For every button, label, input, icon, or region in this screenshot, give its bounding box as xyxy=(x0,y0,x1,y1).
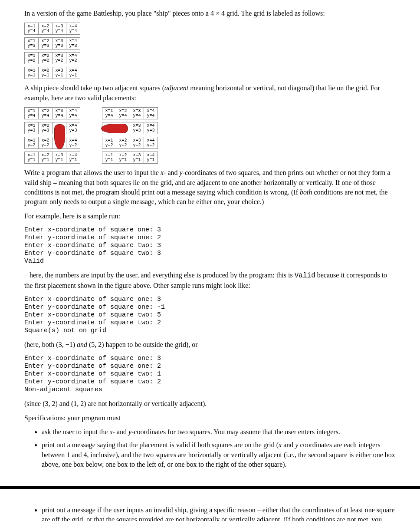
cell: x=1 y=2 xyxy=(25,53,39,64)
cell: x=1 y=3 xyxy=(25,122,39,134)
spec-item-2: print out a message saying that the plac… xyxy=(42,440,396,469)
program-text: Write a program that allows the user to … xyxy=(24,168,396,207)
cell: x=2 y=4 xyxy=(39,23,52,35)
ship-horizontal-icon xyxy=(101,124,128,133)
cell: x=3 y=4 xyxy=(52,23,66,35)
cell: x=3 y=2 xyxy=(52,53,66,64)
grid-example-2: x=1 y=4x=2 y=4x=3 y=4x=4 y=4 x=3 y=3x=4 … xyxy=(102,107,158,164)
spec-item-1: ask the user to input the x- and y-coord… xyxy=(42,427,396,437)
sample-run-3: Enter x-coordinate of square one: 3 Ente… xyxy=(24,355,396,394)
page-2: print out a message if the user inputs a… xyxy=(0,489,420,521)
cell: x=4 y=2 xyxy=(144,137,158,149)
cell: x=4 y=4 xyxy=(66,108,80,119)
cell: x=2 y=3 xyxy=(39,122,52,134)
cell: x=3 y=3 xyxy=(130,122,144,134)
intro-text: In a version of the game Battleship, you… xyxy=(24,9,396,18)
explain-1: – here, the numbers are input by the use… xyxy=(24,270,396,290)
cell: x=3 y=2 xyxy=(130,137,144,149)
cell: x=2 y=2 xyxy=(39,137,52,149)
cell: x=1 y=1 xyxy=(25,67,39,79)
cell: x=3 y=4 xyxy=(130,108,144,119)
specs-list-cont: print out a message if the user inputs a… xyxy=(24,505,396,521)
cell: x=2 y=3 xyxy=(39,38,52,49)
specs-heading: Specifications: your program must xyxy=(24,413,396,423)
cell: x=1 y=4 xyxy=(102,108,116,119)
cell: x=4 y=4 xyxy=(144,108,158,119)
ship-vertical-icon xyxy=(54,124,65,149)
cell: x=2 y=1 xyxy=(39,152,52,164)
cell: x=3 y=3 xyxy=(52,38,66,49)
cell: x=2 y=2 xyxy=(116,137,130,149)
cell: x=1 y=4 xyxy=(25,108,39,119)
cell: x=4 y=3 xyxy=(66,122,80,134)
cell: x=3 y=1 xyxy=(52,67,66,79)
grid-example-1: x=1 y=4x=2 y=4x=3 y=4x=4 y=4 x=1 y=3x=2 … xyxy=(24,107,80,164)
cell: x=1 y=4 xyxy=(25,23,39,35)
cell: x=2 y=1 xyxy=(39,67,52,79)
cell: x=4 y=2 xyxy=(66,137,80,149)
cell: x=3 y=1 xyxy=(52,152,66,164)
cell: x=2 y=4 xyxy=(39,108,52,119)
cell: x=2 y=1 xyxy=(116,152,130,164)
cell: x=3 y=1 xyxy=(130,152,144,164)
cell: x=3 y=4 xyxy=(52,108,66,119)
cell: x=4 y=1 xyxy=(66,67,80,79)
adjacent-text: A ship piece should take up two adjacent… xyxy=(24,83,396,103)
cell: x=4 y=3 xyxy=(144,122,158,134)
specs-list: ask the user to input the x- and y-coord… xyxy=(24,427,396,470)
cell: x=4 y=4 xyxy=(66,23,80,35)
cell: x=4 y=2 xyxy=(66,53,80,64)
cell: x=1 y=3 xyxy=(25,38,39,49)
page-1: In a version of the game Battleship, you… xyxy=(0,0,420,489)
sample-intro: For example, here is a sample run: xyxy=(24,211,396,221)
explain-3: (since (3, 2) and (1, 2) are not horizon… xyxy=(24,399,396,409)
sample-run-1: Enter x-coordinate of square one: 3 Ente… xyxy=(24,226,396,265)
cell: x=1 y=2 xyxy=(102,137,116,149)
cell: x=4 y=3 xyxy=(66,38,80,49)
example-grids: x=1 y=4x=2 y=4x=3 y=4x=4 y=4 x=1 y=3x=2 … xyxy=(24,107,396,164)
cell: x=1 y=1 xyxy=(102,152,116,164)
grid-labeled: x=1 y=4x=2 y=4x=3 y=4x=4 y=4 x=1 y=3x=2 … xyxy=(24,23,80,79)
cell: x=4 y=1 xyxy=(66,152,80,164)
cell: x=2 y=2 xyxy=(39,53,52,64)
cell-ship xyxy=(116,122,130,134)
cell: x=1 y=2 xyxy=(25,137,39,149)
sample-run-2: Enter x-coordinate of square one: 3 Ente… xyxy=(24,296,396,335)
explain-2: (here, both (3, −1) and (5, 2) happen to… xyxy=(24,340,396,350)
cell: x=1 y=1 xyxy=(25,152,39,164)
cell: x=2 y=4 xyxy=(116,108,130,119)
cell-ship xyxy=(52,137,66,149)
cell: x=4 y=1 xyxy=(144,152,158,164)
spec-item-3: print out a message if the user inputs a… xyxy=(42,505,396,521)
